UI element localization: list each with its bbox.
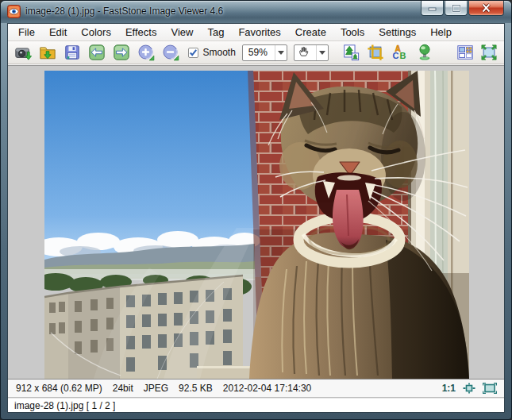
arrow-right-icon: [113, 44, 130, 61]
adjust-colors-button[interactable]: A C B: [390, 43, 410, 63]
menu-bar: File Edit Colors Effects View Tag Favori…: [8, 24, 504, 41]
menu-settings[interactable]: Settings: [371, 25, 423, 40]
menu-view[interactable]: View: [164, 25, 200, 40]
resize-image-button[interactable]: [341, 43, 360, 63]
screen-pick-button[interactable]: [414, 43, 434, 63]
zoom-in-icon: [137, 44, 155, 61]
zoom-ratio-value: 59%: [243, 47, 275, 58]
menu-file[interactable]: File: [11, 25, 42, 40]
title-bar[interactable]: image-28 (1).jpg - FastStone Image Viewe…: [1, 1, 511, 23]
menu-tag[interactable]: Tag: [200, 25, 231, 40]
window-content: File Edit Colors Effects View Tag Favori…: [7, 23, 505, 413]
next-image-button[interactable]: [112, 43, 132, 63]
close-button[interactable]: [468, 1, 504, 16]
browse-windows-button[interactable]: [455, 43, 475, 63]
menu-help[interactable]: Help: [423, 25, 459, 40]
status-bar: 912 x 684 (0.62 MP) 24bit JPEG 92.5 KB 2…: [8, 379, 504, 398]
menu-colors[interactable]: Colors: [74, 25, 118, 40]
zoom-out-icon: [162, 44, 179, 61]
green-sphere-icon: [416, 44, 433, 61]
zoom-out-button[interactable]: [161, 43, 181, 63]
zoom-in-button[interactable]: [137, 43, 156, 63]
pan-tool-select[interactable]: [294, 44, 329, 61]
svg-text:B: B: [399, 51, 406, 60]
fullscreen-icon: [480, 44, 498, 61]
faststone-app-icon: [7, 5, 21, 18]
fit-window-icon[interactable]: [483, 383, 497, 394]
status-datetime: 2012-02-04 17:14:30: [223, 383, 311, 394]
check-icon: [189, 48, 198, 57]
minimize-button[interactable]: [421, 1, 444, 16]
status-bit-depth: 24bit: [113, 383, 133, 394]
open-folder-button[interactable]: [38, 43, 58, 63]
save-button[interactable]: [63, 43, 83, 63]
actual-size-label[interactable]: 1:1: [442, 383, 456, 394]
arrow-left-icon: [88, 44, 106, 61]
previous-image-button[interactable]: [87, 43, 107, 63]
zoom-ratio-select[interactable]: 59%: [242, 44, 287, 61]
current-file-indicator: image-28 (1).jpg [ 1 / 2 ]: [14, 400, 115, 411]
window-layout-icon: [456, 44, 474, 61]
image-viewport[interactable]: [8, 65, 504, 379]
smooth-label: Smooth: [202, 47, 235, 58]
resize-image-icon: [342, 44, 360, 61]
maximize-icon: [452, 4, 461, 13]
menu-effects[interactable]: Effects: [118, 25, 164, 40]
menu-tools[interactable]: Tools: [333, 25, 371, 40]
status-format: JPEG: [144, 383, 168, 394]
hand-tool-icon: [298, 45, 310, 58]
full-screen-button[interactable]: [479, 43, 499, 63]
chevron-down-icon: [316, 45, 328, 60]
photo-yawning-cat: [44, 71, 469, 379]
camera-download-icon: [14, 44, 32, 61]
adjust-colors-acb-icon: A C B: [391, 44, 409, 61]
minimize-icon: [428, 4, 437, 12]
app-window: image-28 (1).jpg - FastStone Image Viewe…: [0, 0, 512, 420]
close-icon: [481, 3, 491, 13]
svg-text:C: C: [392, 51, 398, 60]
menu-create[interactable]: Create: [288, 25, 333, 40]
tool-bar: Smooth 59%: [8, 41, 504, 64]
status-dimensions: 912 x 684 (0.62 MP): [16, 383, 102, 394]
fit-width-icon[interactable]: [463, 383, 475, 394]
capture-camera-button[interactable]: [13, 43, 33, 63]
save-floppy-icon: [64, 44, 81, 61]
menu-favorites[interactable]: Favorites: [231, 25, 287, 40]
chevron-down-icon: [275, 45, 287, 60]
file-bar: image-28 (1).jpg [ 1 / 2 ]: [8, 398, 504, 412]
smooth-checkbox[interactable]: [188, 48, 198, 58]
menu-edit[interactable]: Edit: [42, 25, 74, 40]
crop-board-button[interactable]: [365, 43, 385, 63]
status-file-size: 92.5 KB: [179, 383, 213, 394]
window-title: image-28 (1).jpg - FastStone Image Viewe…: [25, 1, 223, 22]
crop-icon: [367, 44, 384, 61]
maximize-button[interactable]: [445, 1, 468, 16]
folder-open-icon: [39, 44, 56, 61]
